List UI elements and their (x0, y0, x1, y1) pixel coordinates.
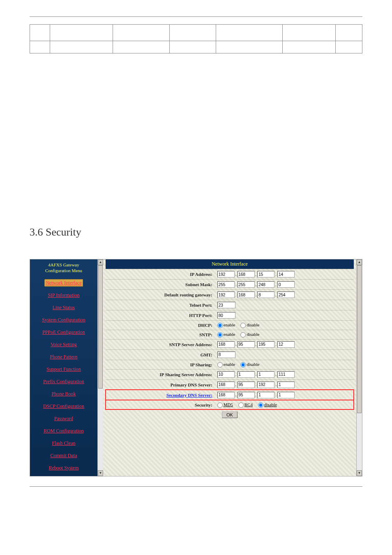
sidebar-item-phone-book[interactable]: Phone Book (30, 387, 97, 400)
subnet-mask-octet-4[interactable] (277, 281, 295, 288)
screenshot-container: 4AFXS Gateway Configuration Menu Network… (30, 259, 362, 476)
sntp-enable-radio[interactable] (217, 332, 223, 338)
main-panel: Network Interface IP Address: ... Subnet… (103, 259, 356, 476)
panel-title: Network Interface (106, 259, 354, 269)
secondary-dns-label: Secondary DNS Server: (106, 390, 215, 400)
security-disable-radio[interactable] (258, 402, 263, 408)
telnet-port-input[interactable] (217, 302, 235, 308)
ip-sharing-enable-radio[interactable] (217, 362, 223, 368)
sidebar-item-dscp-configuration[interactable]: DSCP Configuration (30, 400, 97, 412)
sidebar-item-line-status[interactable]: Line Status (30, 301, 97, 313)
secondary-dns-octet-1[interactable] (217, 392, 235, 398)
sidebar-item-system-configuration[interactable]: System Configuration (30, 313, 97, 326)
security-md5-radio[interactable] (217, 402, 223, 408)
sidebar-item-phone-pattern[interactable]: Phone Pattern (30, 350, 97, 363)
ip-sharing-server-octet-2[interactable] (238, 371, 255, 378)
sntp-label: SNTP: (106, 330, 215, 339)
security-rc4-label: RC4 (244, 402, 253, 407)
sntp-server-octet-4[interactable] (277, 341, 295, 348)
ip-sharing-server-octet-1[interactable] (217, 371, 235, 378)
secondary-dns-octet-4[interactable] (277, 392, 295, 398)
primary-dns-octet-4[interactable] (277, 382, 295, 388)
primary-dns-label: Primary DNS Server: (106, 379, 215, 390)
sidebar-item-pppoe-configuration[interactable]: PPPoE Configuration (30, 326, 97, 338)
ip-sharing-server-label: IP Sharing Server Address: (106, 369, 215, 379)
ip-sharing-server-octet-3[interactable] (257, 371, 274, 378)
ok-button[interactable]: OK (222, 412, 238, 418)
dhcp-enable-label: enable (224, 322, 235, 327)
security-label: Security: (106, 400, 215, 409)
main-scrollbar[interactable]: ▲ ▼ (356, 259, 362, 476)
header-table (30, 24, 362, 53)
sidebar-item-reboot-system[interactable]: Reboot System (30, 461, 97, 474)
dhcp-enable-radio[interactable] (217, 323, 223, 328)
ip-address-label: IP Address: (106, 269, 215, 280)
subnet-mask-octet-3[interactable] (257, 281, 274, 288)
secondary-dns-octet-3[interactable] (257, 392, 274, 398)
dhcp-disable-radio[interactable] (240, 323, 246, 328)
dhcp-label: DHCP: (106, 321, 215, 330)
gmt-label: GMT: (106, 349, 215, 360)
sidebar-item-sip-information[interactable]: SIP Information (30, 289, 97, 301)
security-rc4-radio[interactable] (238, 402, 244, 408)
ip-address-octet-3[interactable] (257, 271, 274, 278)
sidebar-item-support-function[interactable]: Support Function (30, 363, 97, 375)
http-port-input[interactable] (217, 312, 235, 319)
sidebar-item-rom-configuration[interactable]: ROM Configuration (30, 424, 97, 437)
scroll-thumb[interactable] (98, 265, 103, 388)
scroll-up-icon[interactable]: ▲ (98, 259, 103, 265)
primary-dns-octet-3[interactable] (257, 382, 274, 388)
sntp-server-octet-1[interactable] (217, 341, 235, 348)
sntp-disable-radio[interactable] (240, 332, 246, 338)
primary-dns-octet-1[interactable] (217, 382, 235, 388)
main-scroll-up-icon[interactable]: ▲ (357, 259, 362, 265)
sidebar-item-voice-setting[interactable]: Voice Setting (30, 338, 97, 350)
sntp-disable-label: disable (247, 332, 259, 337)
ip-address-octet-1[interactable] (217, 271, 235, 278)
sidebar-item-prefix-configuration[interactable]: Prefix Configuration (30, 375, 97, 387)
scroll-down-icon[interactable]: ▼ (98, 470, 103, 476)
sidebar: 4AFXS Gateway Configuration Menu Network… (30, 259, 97, 476)
security-disable-label: disable (264, 402, 277, 407)
secondary-dns-octet-2[interactable] (238, 392, 255, 398)
footer-rule (30, 486, 362, 487)
main-scroll-thumb[interactable] (357, 265, 362, 413)
primary-dns-octet-2[interactable] (238, 382, 255, 388)
gateway-octet-2[interactable] (238, 291, 255, 298)
gateway-octet-4[interactable] (277, 291, 295, 298)
sntp-server-label: SNTP Server Address: (106, 339, 215, 349)
sntp-server-octet-3[interactable] (257, 341, 274, 348)
sidebar-scrollbar[interactable]: ▲ ▼ (97, 259, 103, 476)
gateway-octet-1[interactable] (217, 291, 235, 298)
section-heading: 3.6 Security (30, 226, 362, 238)
sidebar-title: 4AFXS Gateway Configuration Menu (30, 259, 97, 276)
gmt-input[interactable] (217, 352, 235, 358)
sntp-server-octet-2[interactable] (238, 341, 255, 348)
sidebar-item-network-interface[interactable]: Network Interface (30, 276, 97, 289)
ip-sharing-server-octet-4[interactable] (277, 371, 295, 378)
sidebar-item-password[interactable]: Password (30, 412, 97, 424)
ip-address-octet-4[interactable] (277, 271, 295, 278)
ip-sharing-enable-label: enable (224, 362, 235, 367)
telnet-port-label: Telnet Port: (106, 300, 215, 310)
sntp-enable-label: enable (224, 332, 235, 337)
subnet-mask-label: Subnet Mask: (106, 280, 215, 290)
ip-sharing-disable-label: disable (247, 362, 259, 367)
subnet-mask-octet-2[interactable] (238, 281, 255, 288)
main-scroll-down-icon[interactable]: ▼ (357, 470, 362, 476)
ip-sharing-disable-radio[interactable] (240, 362, 246, 368)
sidebar-item-flash-clean[interactable]: Flash Clean (30, 437, 97, 449)
gateway-octet-3[interactable] (257, 291, 274, 298)
security-md5-label: MD5 (224, 402, 233, 407)
dhcp-disable-label: disable (247, 322, 259, 327)
default-gateway-label: Default routing gateway: (106, 290, 215, 300)
sidebar-item-commit-data[interactable]: Commit Data (30, 449, 97, 461)
ip-sharing-label: IP Sharing: (106, 360, 215, 369)
http-port-label: HTTP Port: (106, 310, 215, 321)
subnet-mask-octet-1[interactable] (217, 281, 235, 288)
ip-address-octet-2[interactable] (238, 271, 255, 278)
